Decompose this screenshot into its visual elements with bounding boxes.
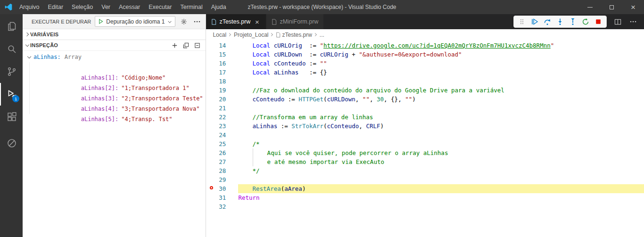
debug-config-dropdown[interactable]: Depuração do idioma 1 xyxy=(95,16,175,27)
code-content[interactable]: */ xyxy=(238,166,644,175)
code-line-28[interactable]: 28 */ xyxy=(206,166,644,175)
gutter-line-28[interactable]: 28 xyxy=(206,166,238,175)
code-line-22[interactable]: 22 //Transforma em um array de linhas xyxy=(206,113,644,122)
gear-icon[interactable] xyxy=(179,16,189,27)
gutter-line-31[interactable]: 31 xyxy=(206,193,238,202)
menu-terminal[interactable]: Terminal xyxy=(176,0,207,14)
code-line-25[interactable]: 25 /* xyxy=(206,139,644,148)
tab-ztestes[interactable]: zTestes.prw xyxy=(206,14,266,29)
stop-icon[interactable] xyxy=(594,17,603,26)
circle-slash-icon[interactable] xyxy=(0,132,23,155)
watch-section-header[interactable]: INSPEÇÃO xyxy=(23,40,206,51)
code-line-31[interactable]: 31Return xyxy=(206,193,644,202)
menu-ver[interactable]: Ver xyxy=(97,0,115,14)
close-button[interactable] xyxy=(622,0,644,14)
step-into-icon[interactable] xyxy=(556,17,564,26)
more-actions-icon[interactable] xyxy=(192,16,202,27)
code-line-15[interactable]: 15 Local cURLDown := cURLOrig + "&authus… xyxy=(206,50,644,59)
close-tab-icon[interactable] xyxy=(253,18,261,25)
code-content[interactable]: e até mesmo importar via ExecAuto xyxy=(238,157,644,166)
gutter-line-25[interactable]: 25 xyxy=(206,139,238,148)
collapse-all-icon[interactable] xyxy=(192,40,202,50)
code-line-26[interactable]: 26 Aqui se você quiser, pode percorrer o… xyxy=(206,148,644,157)
code-editor[interactable]: 14 Local cURLOrig := "https://drive.goog… xyxy=(206,41,644,237)
breakpoint-icon[interactable] xyxy=(210,186,213,189)
explorer-icon[interactable] xyxy=(0,15,23,38)
code-content[interactable]: aLinhas := StrTokArr(cConteudo, CRLF) xyxy=(238,122,644,131)
start-debug-icon[interactable] xyxy=(98,18,104,25)
code-content[interactable]: cConteudo := HTTPGet(cURLDown, "", 30, {… xyxy=(238,95,644,104)
gutter-line-22[interactable]: 22 xyxy=(206,113,238,122)
code-content[interactable]: Aqui se você quiser, pode percorrer o ar… xyxy=(238,148,644,157)
code-line-14[interactable]: 14 Local cURLOrig := "https://drive.goog… xyxy=(206,41,644,50)
more-actions-icon[interactable] xyxy=(628,17,638,26)
menu-editar[interactable]: Editar xyxy=(43,0,67,14)
code-line-23[interactable]: 23 aLinhas := StrTokArr(cConteudo, CRLF) xyxy=(206,122,644,131)
breadcrumb-file[interactable]: zTestes.prw xyxy=(282,32,312,38)
gutter-line-26[interactable]: 26 xyxy=(206,148,238,157)
variables-section-header[interactable]: VARIÁVEIS xyxy=(23,29,206,40)
gutter-line-32[interactable]: 32 xyxy=(206,202,238,211)
gutter-line-29[interactable]: 29 xyxy=(206,175,238,184)
gutter-line-15[interactable]: 15 xyxy=(206,50,238,59)
continue-icon[interactable] xyxy=(530,17,539,26)
code-line-32[interactable]: 32 xyxy=(206,202,644,211)
maximize-button[interactable] xyxy=(601,0,622,14)
code-content[interactable]: //Transforma em um array de linhas xyxy=(238,113,644,122)
code-line-27[interactable]: 27 e até mesmo importar via ExecAuto xyxy=(206,157,644,166)
breadcrumb-projeto-local[interactable]: Projeto_Local xyxy=(234,32,268,38)
code-content[interactable]: Return xyxy=(238,193,644,202)
code-content[interactable]: Local cConteudo := "" xyxy=(238,59,644,68)
step-out-icon[interactable] xyxy=(569,17,577,26)
gutter-line-14[interactable]: 14 xyxy=(206,41,238,50)
restart-icon[interactable] xyxy=(581,17,590,26)
code-content[interactable] xyxy=(238,104,644,113)
drag-handle-icon[interactable] xyxy=(518,17,526,26)
breadcrumb-local[interactable]: Local xyxy=(213,32,226,38)
code-content[interactable]: /* xyxy=(238,139,644,148)
code-line-17[interactable]: 17 Local aLinhas := {} xyxy=(206,68,644,77)
gutter-line-24[interactable]: 24 xyxy=(206,131,238,139)
code-content[interactable] xyxy=(238,131,644,139)
watch-expression-root[interactable]: aLinhas: Array xyxy=(23,52,206,62)
code-content[interactable]: RestArea(aArea) xyxy=(238,184,644,193)
gutter-line-16[interactable]: 16 xyxy=(206,59,238,68)
minimize-button[interactable] xyxy=(579,0,601,14)
code-line-20[interactable]: 20 cConteudo := HTTPGet(cURLDown, "", 30… xyxy=(206,95,644,104)
chevron-down-icon[interactable] xyxy=(26,54,32,60)
source-control-icon[interactable] xyxy=(0,60,23,83)
gutter-line-30[interactable]: 30 xyxy=(206,184,238,193)
run-and-debug-icon[interactable]: 1 xyxy=(0,83,23,106)
menu-ajuda[interactable]: Ajuda xyxy=(207,0,231,14)
gutter-line-19[interactable]: 19 xyxy=(206,86,238,95)
code-content[interactable]: Local aLinhas := {} xyxy=(238,68,644,77)
breadcrumb-symbol[interactable]: ... xyxy=(320,32,324,38)
code-line-30[interactable]: 30 RestArea(aArea) xyxy=(206,184,644,193)
gutter-line-27[interactable]: 27 xyxy=(206,157,238,166)
code-line-24[interactable]: 24 xyxy=(206,131,644,139)
menu-arquivo[interactable]: Arquivo xyxy=(15,0,43,14)
gutter-line-20[interactable]: 20 xyxy=(206,95,238,104)
code-line-21[interactable]: 21 xyxy=(206,104,644,113)
add-expression-icon[interactable] xyxy=(170,40,179,50)
watch-item-1[interactable]: aLinhas[1]:"Código;Nome" xyxy=(30,62,206,73)
search-icon[interactable] xyxy=(0,38,23,60)
gutter-line-21[interactable]: 21 xyxy=(206,104,238,113)
code-line-29[interactable]: 29 xyxy=(206,175,644,184)
step-over-icon[interactable] xyxy=(543,17,552,26)
gutter-line-18[interactable]: 18 xyxy=(206,77,238,86)
gutter-line-17[interactable]: 17 xyxy=(206,68,238,77)
code-content[interactable]: //Faz o download do conteúdo do arquivo … xyxy=(238,86,644,95)
split-editor-icon[interactable] xyxy=(613,17,622,26)
code-content[interactable] xyxy=(238,175,644,184)
code-content[interactable]: Local cURLDown := cURLOrig + "&authuser=… xyxy=(238,50,644,59)
code-line-19[interactable]: 19 //Faz o download do conteúdo do arqui… xyxy=(206,86,644,95)
remove-all-watch-icon[interactable] xyxy=(181,40,190,50)
code-line-18[interactable]: 18 xyxy=(206,77,644,86)
code-content[interactable]: Local cURLOrig := "https://drive.google.… xyxy=(238,41,644,50)
menu-selecao[interactable]: Seleção xyxy=(67,0,97,14)
menu-acessar[interactable]: Acessar xyxy=(115,0,144,14)
code-content[interactable] xyxy=(238,77,644,86)
gutter-line-23[interactable]: 23 xyxy=(206,122,238,131)
code-content[interactable] xyxy=(238,202,644,211)
